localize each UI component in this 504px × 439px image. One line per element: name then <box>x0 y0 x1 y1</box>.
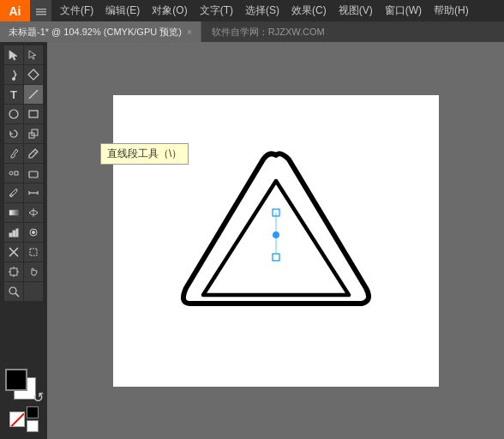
menu-type[interactable]: 文字(T) <box>195 2 238 20</box>
tool-row-3: T <box>3 85 45 104</box>
pencil-tool[interactable] <box>24 144 43 163</box>
gradient-tool[interactable] <box>4 203 23 222</box>
tool-row-8 <box>3 183 45 202</box>
anchor-tool[interactable] <box>24 65 43 84</box>
menu-select[interactable]: 选择(S) <box>240 2 285 20</box>
svg-line-31 <box>15 293 19 297</box>
brush-tool[interactable] <box>4 144 23 163</box>
svg-point-30 <box>9 287 16 294</box>
active-tab[interactable]: 未标题-1* @ 104.92% (CMYK/GPU 预览) × <box>0 21 201 42</box>
chart-tool[interactable] <box>4 223 23 242</box>
tab-url: 软件自学网：RJZXW.COM <box>201 21 335 42</box>
color-row2 <box>9 406 39 432</box>
pen-tool[interactable] <box>4 65 23 84</box>
svg-point-3 <box>13 78 15 81</box>
white-swatch[interactable] <box>27 420 39 432</box>
blend-tool[interactable] <box>4 164 23 183</box>
svg-point-23 <box>33 232 35 234</box>
canvas-area: 直线段工具（\） <box>47 42 504 439</box>
tool-row-11 <box>3 243 45 262</box>
ai-icon-area <box>30 0 51 21</box>
tool-row-2 <box>3 65 45 84</box>
tool-row-4 <box>3 105 45 123</box>
slice-tool[interactable] <box>4 243 23 262</box>
black-swatch[interactable] <box>27 406 39 418</box>
svg-rect-11 <box>15 171 18 175</box>
direct-select-tool[interactable] <box>24 45 43 64</box>
type-tool[interactable]: T <box>4 85 23 104</box>
tab-bar: 未标题-1* @ 104.92% (CMYK/GPU 预览) × 软件自学网：R… <box>0 21 504 42</box>
logo-text: Ai <box>9 4 21 18</box>
svg-rect-21 <box>16 229 18 237</box>
svg-rect-6 <box>29 111 38 117</box>
tool-row-13 <box>3 282 45 301</box>
scale-tool[interactable] <box>24 124 43 143</box>
measure-tool[interactable] <box>24 183 43 202</box>
svg-rect-34 <box>273 254 279 261</box>
line-tool[interactable] <box>24 85 43 104</box>
canvas-white[interactable] <box>113 95 439 387</box>
tool-row-9 <box>3 203 45 222</box>
svg-rect-20 <box>13 231 15 237</box>
empty-slot <box>24 282 43 301</box>
svg-rect-24 <box>30 249 37 256</box>
rotate-tool[interactable] <box>4 124 23 143</box>
foreground-color-swatch[interactable] <box>5 369 27 391</box>
svg-rect-17 <box>9 210 18 215</box>
artboard-tool[interactable] <box>4 262 23 281</box>
eyedropper-tool[interactable] <box>4 183 23 202</box>
tool-row-7 <box>3 164 45 183</box>
ai-logo: Ai <box>0 0 30 21</box>
eraser-tool[interactable] <box>24 164 43 183</box>
symbol-tool[interactable] <box>24 223 43 242</box>
menu-effect[interactable]: 效果(C) <box>286 2 332 20</box>
svg-line-9 <box>33 151 36 153</box>
tool-row-10 <box>3 223 45 242</box>
crop-tool[interactable] <box>24 243 43 262</box>
svg-point-5 <box>9 110 18 118</box>
svg-rect-2 <box>36 14 46 15</box>
url-text: 软件自学网：RJZXW.COM <box>212 26 325 39</box>
mesh-tool[interactable] <box>24 203 43 222</box>
menu-file[interactable]: 文件(F) <box>55 2 99 20</box>
tool-row-6 <box>3 144 45 163</box>
menu-view[interactable]: 视图(V) <box>333 2 378 20</box>
tab-label: 未标题-1* @ 104.92% (CMYK/GPU 预览) <box>9 26 182 39</box>
menu-bar: Ai 文件(F) 编辑(E) 对象(O) 文字(T) 选择(S) 效果(C) 视… <box>0 0 504 21</box>
none-swatch[interactable] <box>9 412 25 427</box>
rect-tool[interactable] <box>24 105 43 123</box>
menu-items: 文件(F) 编辑(E) 对象(O) 文字(T) 选择(S) 效果(C) 视图(V… <box>51 2 474 20</box>
main-area: T <box>0 42 504 439</box>
tool-row-5 <box>3 124 45 143</box>
color-area: ↺ <box>0 369 47 439</box>
tool-row-12 <box>3 262 45 281</box>
tool-row-1 <box>3 45 45 64</box>
svg-rect-25 <box>10 268 17 275</box>
tab-close-btn[interactable]: × <box>187 27 192 37</box>
svg-rect-0 <box>36 9 46 10</box>
ellipse-tool[interactable] <box>4 105 23 123</box>
selection-tool[interactable] <box>4 45 23 64</box>
svg-rect-19 <box>9 233 12 237</box>
zoom-tool[interactable] <box>4 282 23 301</box>
svg-line-4 <box>29 90 38 99</box>
left-toolbar: T <box>0 42 47 439</box>
menu-edit[interactable]: 编辑(E) <box>100 2 145 20</box>
menu-window[interactable]: 窗口(W) <box>380 2 427 20</box>
reset-colors-icon[interactable]: ↺ <box>33 391 44 405</box>
svg-rect-12 <box>29 171 38 177</box>
hand-tool[interactable] <box>24 262 43 281</box>
menu-object[interactable]: 对象(O) <box>147 2 192 20</box>
svg-rect-1 <box>36 11 46 13</box>
triangle-artwork <box>165 142 387 340</box>
menu-help[interactable]: 帮助(H) <box>429 2 474 20</box>
svg-point-10 <box>9 171 13 175</box>
